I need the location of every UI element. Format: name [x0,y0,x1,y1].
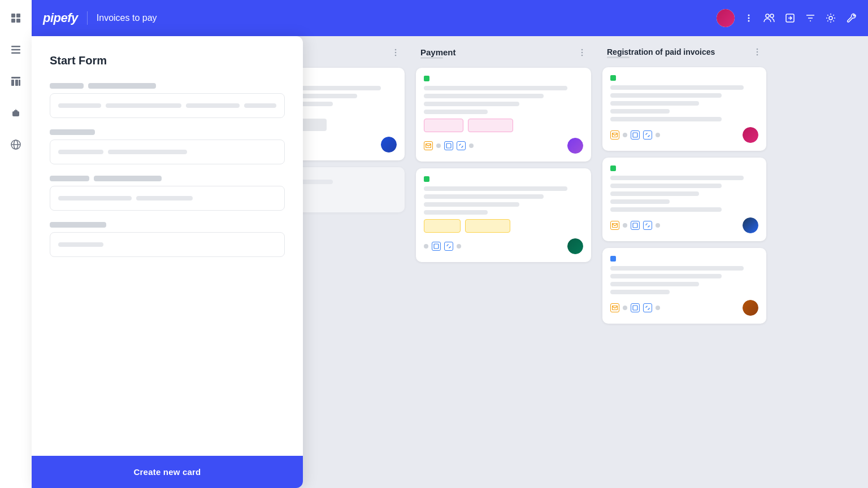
input-skel-3b [136,196,193,201]
svg-rect-2 [11,19,15,23]
card-label-dot [610,256,616,262]
sidebar [0,0,32,488]
status-dot [424,244,428,249]
users-icon[interactable] [763,12,775,24]
status-dot [623,223,627,228]
create-new-card-button[interactable]: Create new card [134,467,201,477]
svg-point-23 [766,14,769,18]
status-dot-2 [656,223,660,228]
card-label-dot [610,75,616,81]
svg-rect-6 [11,53,20,54]
sync-icon[interactable] [643,303,652,312]
column-header-payment: Payment [416,47,591,61]
form-group-3 [50,176,285,211]
card-line-1 [610,85,744,90]
card-tags-row [424,119,583,132]
more-icon[interactable] [744,13,754,23]
column-menu-payment[interactable] [578,48,587,57]
attachment-icon[interactable] [631,130,640,140]
card-assignee-avatar [567,238,583,254]
attachment-icon[interactable] [631,221,640,230]
attachment-icon[interactable] [444,141,453,150]
card-line-3 [610,191,699,196]
svg-point-32 [395,49,397,50]
svg-rect-49 [633,223,637,228]
column-underline-registration [607,56,630,58]
form-input-2[interactable] [50,140,285,164]
email-icon[interactable] [424,141,433,150]
input-skel-4a [58,242,103,247]
sync-icon[interactable] [444,242,453,251]
column-menu-approval[interactable] [391,48,400,57]
wrench-icon[interactable] [845,12,857,24]
svg-rect-9 [15,80,18,86]
globe-icon[interactable] [7,136,25,154]
attachment-icon[interactable] [432,242,441,251]
sync-icon[interactable] [457,141,466,150]
card-line-4 [424,210,488,215]
sync-icon[interactable] [643,130,652,140]
form-input-4[interactable] [50,232,285,257]
svg-rect-42 [434,244,439,249]
svg-rect-16 [16,109,16,110]
card-payment-2[interactable] [416,168,591,262]
card-line-4 [610,109,670,114]
card-line-4 [610,290,670,294]
card-registration-2[interactable] [602,158,766,241]
form-input-3[interactable] [50,186,285,211]
header-left: pipefy Invoices to pay [43,11,157,25]
svg-point-44 [757,51,758,53]
grid-icon[interactable] [7,9,25,27]
label-skel-1a [50,83,84,89]
column-menu-registration[interactable] [753,47,762,56]
settings-icon[interactable] [825,12,836,24]
column-title-registration: Registration of paid invoices [607,47,748,56]
svg-rect-10 [19,80,20,86]
column-title-payment: Payment [420,47,573,57]
card-registration-3[interactable] [602,248,766,324]
card-line-3 [424,102,519,106]
status-dot [436,143,441,148]
card-payment-1[interactable] [416,68,591,162]
card-assignee-avatar [743,300,758,316]
robot-icon[interactable] [7,104,25,122]
email-icon[interactable] [610,303,619,312]
modal-body: Start Form [32,36,303,456]
card-footer [610,300,758,316]
label-skel-3a [50,176,89,181]
svg-rect-7 [11,77,20,79]
svg-point-14 [16,113,18,115]
card-label-dot [610,165,616,171]
form-group-1 [50,83,285,118]
card-line-2 [424,194,544,199]
card-action-icons [610,130,660,140]
card-registration-1[interactable] [602,67,766,151]
svg-rect-15 [15,115,17,116]
svg-point-43 [757,49,758,50]
email-icon[interactable] [610,221,619,230]
card-footer [610,127,758,143]
card-line-5 [610,207,722,212]
svg-rect-51 [633,306,637,310]
form-input-1[interactable] [50,93,285,118]
svg-point-45 [757,54,758,56]
card-line-3 [424,202,519,207]
svg-point-13 [14,113,15,115]
user-avatar[interactable] [717,9,735,27]
modal-title: Start Form [50,54,285,67]
status-dot-2 [457,244,461,249]
input-skel-1d [244,103,276,108]
table-icon[interactable] [7,72,25,90]
email-icon[interactable] [610,130,619,140]
list-icon[interactable] [7,41,25,59]
svg-rect-4 [11,46,20,47]
svg-point-34 [395,54,397,56]
attachment-icon[interactable] [631,303,640,312]
app-logo: pipefy [43,11,78,25]
svg-point-26 [829,16,832,20]
export-icon[interactable] [784,12,796,24]
card-line-2 [424,94,544,98]
sync-icon[interactable] [643,221,652,230]
filter-icon[interactable] [805,12,816,24]
input-skel-3a [58,196,132,201]
